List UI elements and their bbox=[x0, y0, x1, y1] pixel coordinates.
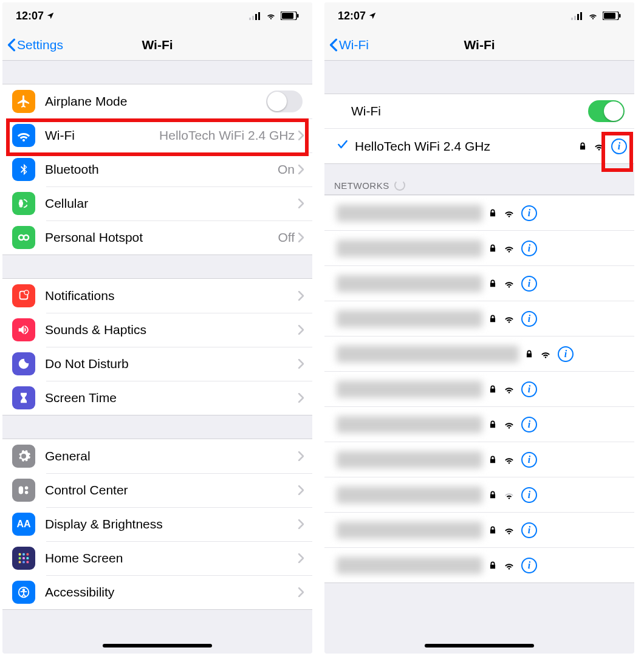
wifi-signal-icon bbox=[503, 455, 515, 465]
homescreen-row[interactable]: Home Screen bbox=[2, 541, 312, 575]
dnd-row[interactable]: Do Not Disturb bbox=[2, 347, 312, 381]
network-row[interactable]: i bbox=[324, 406, 634, 442]
sounds-row[interactable]: Sounds & Haptics bbox=[2, 313, 312, 347]
chevron-right-icon bbox=[298, 451, 304, 461]
lock-icon bbox=[488, 279, 497, 289]
wifi-signal-icon bbox=[540, 349, 552, 359]
settings-screen: 12:07 Settings Wi-Fi Airplane Mode bbox=[2, 2, 312, 654]
network-name-blurred bbox=[337, 416, 482, 433]
svg-rect-16 bbox=[22, 553, 25, 556]
wifi-status-icon bbox=[587, 12, 599, 20]
lock-icon bbox=[488, 244, 497, 253]
wifi-signal-icon bbox=[503, 561, 515, 570]
wifi-signal-icon bbox=[503, 314, 515, 324]
connected-network-row[interactable]: HelloTech WiFi 2.4 GHz i bbox=[324, 128, 634, 163]
control-center-row[interactable]: Control Center bbox=[2, 473, 312, 507]
row-detail: On bbox=[278, 162, 295, 177]
bluetooth-row[interactable]: Bluetooth On bbox=[2, 152, 312, 186]
accessibility-row[interactable]: Accessibility bbox=[2, 575, 312, 609]
svg-rect-32 bbox=[619, 14, 621, 18]
hotspot-row[interactable]: Personal Hotspot Off bbox=[2, 220, 312, 255]
row-label: General bbox=[45, 449, 298, 463]
row-label: Bluetooth bbox=[45, 162, 278, 177]
lock-icon bbox=[488, 314, 497, 324]
notifications-row[interactable]: Notifications bbox=[2, 279, 312, 313]
hotspot-icon bbox=[12, 226, 35, 249]
grid-icon bbox=[12, 547, 35, 570]
svg-point-14 bbox=[25, 491, 29, 494]
network-row[interactable]: i bbox=[324, 265, 634, 301]
network-row[interactable]: i bbox=[324, 371, 634, 406]
svg-rect-21 bbox=[19, 561, 21, 564]
status-bar: 12:07 bbox=[2, 2, 312, 29]
svg-rect-27 bbox=[574, 16, 576, 20]
airplane-mode-row[interactable]: Airplane Mode bbox=[2, 84, 312, 118]
info-icon[interactable]: i bbox=[521, 241, 537, 256]
info-icon[interactable]: i bbox=[521, 558, 537, 573]
svg-rect-3 bbox=[258, 12, 260, 20]
network-row[interactable]: i bbox=[324, 336, 634, 371]
svg-point-25 bbox=[23, 589, 25, 591]
wifi-toggle[interactable] bbox=[588, 100, 625, 122]
nav-bar: Settings Wi-Fi bbox=[2, 29, 312, 61]
network-name-blurred bbox=[337, 557, 482, 574]
row-detail: HelloTech WiFi 2.4 GHz bbox=[159, 128, 295, 143]
svg-point-7 bbox=[19, 201, 23, 205]
display-row[interactable]: AA Display & Brightness bbox=[2, 507, 312, 541]
chevron-right-icon bbox=[298, 233, 304, 242]
general-row[interactable]: General bbox=[2, 439, 312, 473]
wifi-signal-icon bbox=[503, 208, 515, 218]
wifi-toggle-group: Wi-Fi HelloTech WiFi 2.4 GHz i bbox=[324, 94, 634, 164]
row-label: Control Center bbox=[45, 483, 298, 497]
network-row[interactable]: i bbox=[324, 477, 634, 512]
network-row[interactable]: i bbox=[324, 512, 634, 547]
svg-rect-19 bbox=[22, 557, 25, 559]
info-icon[interactable]: i bbox=[521, 381, 537, 397]
info-icon[interactable]: i bbox=[558, 346, 574, 362]
wifi-signal-icon bbox=[503, 279, 515, 289]
chevron-right-icon bbox=[298, 165, 304, 174]
lock-icon bbox=[488, 208, 497, 218]
location-icon bbox=[368, 12, 377, 20]
network-name: HelloTech WiFi 2.4 GHz bbox=[355, 139, 578, 154]
info-icon[interactable]: i bbox=[521, 417, 537, 432]
back-button[interactable]: Wi-Fi bbox=[329, 29, 369, 60]
home-indicator[interactable] bbox=[103, 644, 212, 647]
accessibility-icon bbox=[12, 581, 35, 604]
network-row[interactable]: i bbox=[324, 230, 634, 265]
network-row[interactable]: i bbox=[324, 547, 634, 583]
network-row[interactable]: i bbox=[324, 442, 634, 477]
home-indicator[interactable] bbox=[425, 644, 534, 647]
bluetooth-icon bbox=[12, 158, 35, 181]
info-icon[interactable]: i bbox=[521, 276, 537, 292]
wifi-icon bbox=[12, 124, 35, 147]
svg-rect-5 bbox=[282, 13, 293, 19]
svg-rect-1 bbox=[252, 16, 254, 20]
network-row[interactable]: i bbox=[324, 195, 634, 230]
info-icon[interactable]: i bbox=[521, 522, 537, 538]
display-icon: AA bbox=[12, 513, 35, 536]
info-icon[interactable]: i bbox=[521, 487, 537, 503]
info-icon[interactable]: i bbox=[611, 138, 627, 154]
svg-rect-23 bbox=[27, 561, 29, 564]
info-icon[interactable]: i bbox=[521, 311, 537, 327]
network-row[interactable]: i bbox=[324, 301, 634, 336]
control-center-icon bbox=[12, 479, 35, 502]
back-label: Wi-Fi bbox=[339, 38, 369, 52]
airplane-icon bbox=[12, 90, 35, 113]
lock-icon bbox=[525, 349, 533, 359]
info-icon[interactable]: i bbox=[521, 452, 537, 468]
svg-rect-26 bbox=[571, 18, 573, 20]
airplane-toggle[interactable] bbox=[266, 91, 303, 112]
wifi-toggle-row[interactable]: Wi-Fi bbox=[324, 94, 634, 128]
back-button[interactable]: Settings bbox=[7, 29, 63, 60]
cellular-row[interactable]: Cellular bbox=[2, 186, 312, 220]
svg-rect-15 bbox=[19, 553, 21, 556]
screentime-row[interactable]: Screen Time bbox=[2, 381, 312, 415]
chevron-right-icon bbox=[298, 519, 304, 529]
alerts-group: Notifications Sounds & Haptics Do Not Di… bbox=[2, 278, 312, 415]
spinner-icon bbox=[394, 180, 405, 191]
networks-list: i i i i i i i i bbox=[324, 194, 634, 583]
info-icon[interactable]: i bbox=[521, 205, 537, 221]
wifi-row[interactable]: Wi-Fi HelloTech WiFi 2.4 GHz bbox=[2, 118, 312, 152]
